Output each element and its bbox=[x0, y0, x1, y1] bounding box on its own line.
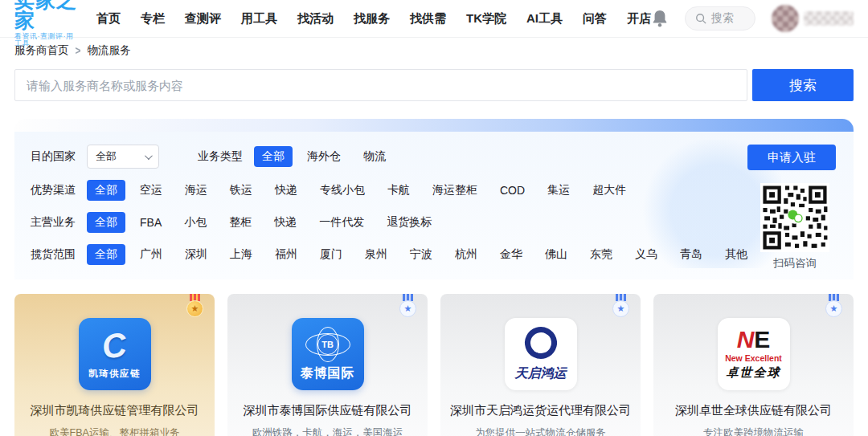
filter-option[interactable]: 全部 bbox=[87, 180, 125, 201]
chevron-down-icon bbox=[145, 152, 153, 160]
filter-option[interactable]: 广州 bbox=[132, 244, 170, 265]
company-desc: 为您提供一站式物流仓储服务 bbox=[440, 426, 641, 436]
header: 卖家之家 看资讯·查测评·用工具 首页专栏查测评用工具找活动找服务找供需TK学院… bbox=[0, 0, 868, 38]
nav-item[interactable]: 找供需 bbox=[410, 11, 446, 26]
brand-logo[interactable]: 卖家之家 看资讯·查测评·用工具 bbox=[14, 0, 79, 47]
search-icon bbox=[695, 13, 706, 24]
nav-item[interactable]: 找活动 bbox=[297, 11, 334, 26]
nav-item[interactable]: TK学院 bbox=[466, 11, 506, 26]
filter-option[interactable]: 义乌 bbox=[627, 244, 665, 265]
logo-emblem: TB bbox=[305, 327, 351, 362]
filter-option[interactable]: 快递 bbox=[267, 180, 305, 201]
medal-star: ★ bbox=[612, 300, 629, 317]
medal-icon: ★ bbox=[825, 294, 842, 317]
company-name: 深圳市天启鸿运货运代理有限公司 bbox=[440, 403, 641, 418]
filter-option[interactable]: 东莞 bbox=[582, 244, 620, 265]
filter-option[interactable]: 一件代发 bbox=[311, 212, 372, 233]
avatar bbox=[772, 5, 799, 32]
filter-option[interactable]: 小包 bbox=[176, 212, 215, 233]
user-account[interactable] bbox=[772, 5, 854, 32]
filter-option[interactable]: 泉州 bbox=[357, 244, 395, 265]
filter-option[interactable]: 铁运 bbox=[222, 180, 260, 201]
logo-text: 天启鸿运 bbox=[515, 365, 567, 382]
provider-card[interactable]: ★ C 凯琦供应链 深圳市凯琦供应链管理有限公司 欧美FBA运输、整柜拼箱业务 bbox=[14, 294, 215, 436]
medal-star: ★ bbox=[186, 300, 203, 317]
medal-icon: ★ bbox=[612, 294, 629, 317]
filter-label: 揽货范围 bbox=[31, 247, 76, 262]
filter-option[interactable]: 空运 bbox=[132, 180, 170, 201]
nav-item[interactable]: 开店 bbox=[627, 11, 651, 26]
provider-card[interactable]: ★ TB 泰博国际 深圳市泰博国际供应链有限公司 欧洲铁路，卡航，海运，美国海运 bbox=[227, 294, 428, 436]
filter-option[interactable]: 厦门 bbox=[312, 244, 350, 265]
nav-item[interactable]: 专栏 bbox=[141, 11, 165, 26]
company-desc: 欧洲铁路，卡航，海运，美国海运 bbox=[227, 426, 428, 436]
company-name: 深圳卓世全球供应链有限公司 bbox=[653, 403, 854, 418]
filter-label: 优势渠道 bbox=[31, 183, 76, 198]
filter-label: 主营业务 bbox=[31, 215, 76, 230]
filter-option[interactable]: 宁波 bbox=[402, 244, 440, 265]
filter-option[interactable]: COD bbox=[492, 181, 533, 200]
filter-label: 业务类型 bbox=[198, 149, 243, 164]
filter-option[interactable]: 全部 bbox=[87, 212, 125, 233]
filter-option[interactable]: 海运整柜 bbox=[424, 180, 485, 201]
qr-code bbox=[760, 183, 829, 252]
filter-option[interactable]: 卡航 bbox=[379, 180, 418, 201]
filter-option[interactable]: 物流 bbox=[355, 146, 394, 167]
header-search-pill[interactable]: 搜索 bbox=[685, 6, 755, 31]
country-dropdown[interactable]: 全部 bbox=[87, 145, 159, 169]
breadcrumb-home[interactable]: 服务商首页 bbox=[14, 43, 69, 58]
nav-item[interactable]: 首页 bbox=[96, 11, 121, 26]
filter-option[interactable]: 专线小包 bbox=[312, 180, 373, 201]
logo-text: 泰博国际 bbox=[301, 365, 355, 382]
filter-option[interactable]: 整柜 bbox=[221, 212, 260, 233]
search-input[interactable] bbox=[14, 69, 747, 101]
filter-option[interactable]: 金华 bbox=[492, 244, 530, 265]
provider-card[interactable]: ★ 天启鸿运 深圳市天启鸿运货运代理有限公司 为您提供一站式物流仓储服务 bbox=[440, 294, 641, 436]
main-business-options: 全部FBA小包整柜快递一件代发退货换标 bbox=[87, 212, 446, 233]
logo-subtext: New Excellent bbox=[725, 353, 782, 363]
filter-option[interactable]: 海外仓 bbox=[299, 146, 349, 167]
nav-item[interactable]: 用工具 bbox=[241, 11, 277, 26]
panel-gradient-band bbox=[14, 119, 854, 132]
breadcrumb-current: 物流服务 bbox=[88, 43, 131, 58]
filter-option[interactable]: 福州 bbox=[267, 244, 305, 265]
search-button[interactable]: 搜索 bbox=[752, 69, 854, 101]
filter-option[interactable]: 佛山 bbox=[537, 244, 575, 265]
filter-option[interactable]: FBA bbox=[132, 213, 170, 232]
logo-text: 凯琦供应链 bbox=[88, 368, 141, 380]
bell-icon[interactable] bbox=[651, 9, 669, 28]
nav-item[interactable]: 查测评 bbox=[185, 11, 221, 26]
filter-option[interactable]: 全部 bbox=[254, 146, 293, 167]
logo-mark: NE bbox=[737, 328, 771, 352]
filter-option[interactable]: 超大件 bbox=[584, 180, 634, 201]
qr-caption: 扫码咨询 bbox=[759, 256, 831, 271]
filter-option[interactable]: 杭州 bbox=[447, 244, 485, 265]
header-search-label: 搜索 bbox=[711, 11, 734, 26]
qr-consult-box: 扫码咨询 bbox=[759, 183, 831, 271]
apply-entry-button[interactable]: 申请入驻 bbox=[747, 145, 836, 170]
filter-option[interactable]: 深圳 bbox=[177, 244, 215, 265]
filter-option[interactable]: 海运 bbox=[177, 180, 215, 201]
provider-cards: ★ C 凯琦供应链 深圳市凯琦供应链管理有限公司 欧美FBA运输、整柜拼箱业务 … bbox=[14, 294, 854, 436]
company-logo: C 凯琦供应链 bbox=[79, 318, 151, 390]
filter-option[interactable]: 全部 bbox=[87, 244, 125, 265]
filter-option[interactable]: 快递 bbox=[266, 212, 305, 233]
company-name: 深圳市凯琦供应链管理有限公司 bbox=[14, 403, 215, 418]
filter-panel: 申请入驻 bbox=[14, 119, 854, 279]
header-right: 搜索 bbox=[651, 5, 854, 32]
provider-card[interactable]: ★ NE New Excellent 卓世全球 深圳卓世全球供应链有限公司 专注… bbox=[653, 294, 854, 436]
filter-option[interactable]: 退货换标 bbox=[379, 212, 440, 233]
username-blurred bbox=[804, 11, 854, 26]
channel-options: 全部空运海运铁运快递专线小包卡航海运整柜COD集运超大件 bbox=[87, 180, 641, 201]
filter-option[interactable]: 青岛 bbox=[672, 244, 710, 265]
filter-option[interactable]: 其他 bbox=[717, 244, 755, 265]
filter-label: 目的国家 bbox=[31, 149, 76, 164]
company-logo: 天启鸿运 bbox=[505, 318, 577, 390]
filter-option[interactable]: 集运 bbox=[539, 180, 578, 201]
nav-item[interactable]: 找服务 bbox=[354, 11, 390, 26]
panel-body: 申请入驻 bbox=[14, 132, 854, 279]
country-dropdown-value: 全部 bbox=[96, 149, 117, 164]
nav-item[interactable]: AI工具 bbox=[526, 11, 563, 26]
nav-item[interactable]: 问答 bbox=[583, 11, 607, 26]
filter-option[interactable]: 上海 bbox=[222, 244, 260, 265]
